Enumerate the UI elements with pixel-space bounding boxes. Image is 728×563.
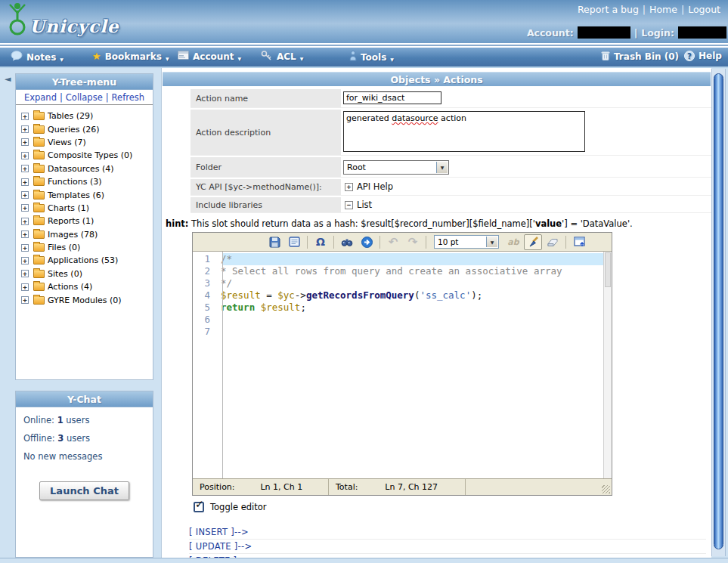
expand-plus-icon[interactable]: + (21, 244, 29, 252)
preview-button[interactable] (285, 234, 303, 250)
code-editor: Ω ↶ ↷ 10 pt ▼ ab (192, 232, 612, 496)
action-description-textarea[interactable]: generated datasource action (343, 111, 585, 152)
tree-item[interactable]: +Sites (0) (21, 268, 153, 280)
expand-plus-icon[interactable]: + (21, 125, 29, 133)
tree-item[interactable]: +Tables (29) (21, 110, 153, 122)
toggle-editor-checkbox[interactable]: ✓ (194, 502, 204, 512)
misspelled-word: datasource (392, 113, 438, 123)
expand-plus-icon[interactable]: + (21, 178, 29, 186)
yc-api-label: YC API [$yc->methodName()]: (191, 179, 341, 195)
chat-panel-title: Y-Chat (16, 391, 153, 407)
expand-plus-icon[interactable]: + (21, 152, 29, 159)
nav-account[interactable]: Account ▼ (178, 51, 241, 62)
folder-icon (33, 230, 45, 239)
link-separator: | (681, 4, 684, 15)
logout-link[interactable]: Logout (688, 4, 720, 15)
expand-plus-icon[interactable]: + (21, 191, 29, 199)
expand-plus-icon[interactable]: + (21, 204, 29, 212)
code-line: 1/* (193, 253, 612, 265)
sidebar-collapse-icon[interactable]: ◄ (5, 74, 11, 84)
expand-plus-icon[interactable]: + (21, 270, 29, 277)
action-link[interactable]: [ INSERT ]--> (189, 527, 249, 537)
tree-item[interactable]: +Functions (3) (21, 175, 153, 188)
tree-item[interactable]: +Reports (1) (21, 215, 153, 227)
line-number: 4 (193, 289, 216, 302)
code-area[interactable]: 1/*2* Select all rows from query and cre… (193, 252, 612, 478)
expand-plus-icon[interactable]: + (21, 283, 29, 291)
expand-plus-icon[interactable]: + (345, 183, 353, 191)
folder-icon (33, 178, 45, 186)
nav-acl[interactable]: ACL ▼ (261, 51, 303, 63)
action-link-row: [ INSERT ]--> (189, 525, 706, 540)
chevron-down-icon: ▼ (166, 56, 169, 61)
resize-grip[interactable] (602, 485, 610, 493)
undo-button[interactable]: ↶ (384, 234, 402, 250)
go-button[interactable] (358, 234, 376, 250)
redo-button[interactable]: ↷ (404, 234, 422, 250)
expand-plus-icon[interactable]: + (21, 296, 29, 304)
eraser-button[interactable] (544, 234, 562, 250)
expand-plus-icon[interactable]: + (21, 218, 29, 225)
report-a-bug-link[interactable]: Report a bug (578, 4, 639, 15)
folder-icon (33, 217, 45, 225)
form-row-include-libraries: Include libraries − List (191, 197, 711, 213)
nav-notes[interactable]: Notes ▼ (11, 51, 64, 63)
tree-item[interactable]: +Composite Types (0) (21, 149, 153, 162)
expand-plus-icon[interactable]: + (21, 257, 29, 264)
tree-refresh-link[interactable]: Refresh (112, 92, 144, 103)
expand-plus-icon[interactable]: + (21, 165, 29, 172)
launch-chat-button[interactable]: Launch Chat (39, 481, 129, 500)
action-name-input[interactable]: for_wiki_dsact (343, 91, 441, 104)
offline-count: 3 (57, 433, 64, 444)
line-number: 1 (193, 253, 216, 265)
help-icon: ? (684, 51, 695, 61)
folder-icon (33, 204, 45, 212)
tree-menu-panel: Y-Tree-menu Expand | Collapse | Refresh … (15, 73, 153, 380)
insert-window-button[interactable] (570, 234, 588, 250)
tree-item[interactable]: +Templates (6) (21, 188, 153, 201)
collapse-minus-icon[interactable]: − (345, 201, 353, 209)
font-size-select[interactable]: 10 pt ▼ (434, 235, 499, 249)
action-link[interactable]: [ UPDATE ]--> (189, 541, 252, 552)
tree-item[interactable]: +Actions (4) (21, 280, 153, 293)
expand-plus-icon[interactable]: + (21, 230, 29, 238)
save-button[interactable] (265, 234, 283, 250)
tree-expand-link[interactable]: Expand (24, 92, 57, 103)
main-navbar: Notes ▼ ★ Bookmarks ▼ Account ▼ ACL ▼ To… (0, 48, 728, 68)
chevron-down-icon: ▼ (238, 56, 242, 61)
folder-label: Folder (191, 157, 341, 177)
tree-item[interactable]: +Charts (1) (21, 202, 153, 215)
folder-select[interactable]: Root ▼ (343, 160, 449, 175)
page-scrollbar-thumb[interactable] (714, 73, 723, 549)
expand-plus-icon[interactable]: + (21, 113, 29, 120)
tree-item-label: Composite Types (0) (48, 150, 132, 160)
special-char-button[interactable]: Ω (311, 234, 330, 250)
tree-item[interactable]: +Queries (26) (21, 122, 153, 135)
tree-item[interactable]: +Files (0) (21, 241, 153, 254)
tree-item[interactable]: +Applications (53) (21, 254, 153, 267)
code-scrollbar-thumb[interactable] (605, 252, 611, 287)
spellcheck-button[interactable]: ab (504, 234, 522, 250)
highlight-brush-button[interactable] (524, 234, 542, 250)
home-link[interactable]: Home (649, 4, 677, 15)
tree-item-label: Files (0) (48, 243, 80, 252)
nav-bookmarks[interactable]: ★ Bookmarks ▼ (92, 51, 169, 62)
expand-plus-icon[interactable]: + (21, 138, 29, 146)
code-scrollbar[interactable] (603, 252, 612, 478)
tree-item[interactable]: +GYRE Modules (0) (21, 293, 153, 306)
nav-trash-bin[interactable]: Trash Bin (0) (601, 51, 679, 63)
tree-item[interactable]: +Datasources (4) (21, 162, 153, 175)
code-line: 5return $result; (193, 302, 612, 314)
page-scrollbar[interactable] (711, 69, 726, 556)
tree-item[interactable]: +Views (7) (21, 136, 153, 149)
find-button[interactable] (338, 234, 356, 250)
hint-text: hint: This slot should return data as a … (166, 218, 711, 229)
tree-item[interactable]: +Images (78) (21, 228, 153, 241)
check-icon: ✓ (195, 498, 204, 510)
nav-help[interactable]: ? Help (684, 51, 722, 61)
list-link[interactable]: List (357, 200, 372, 210)
tree-collapse-link[interactable]: Collapse (66, 92, 103, 103)
nav-tools[interactable]: Tools ▼ (349, 51, 394, 63)
code-line: 6 (193, 314, 612, 326)
api-help-link[interactable]: API Help (357, 181, 393, 192)
